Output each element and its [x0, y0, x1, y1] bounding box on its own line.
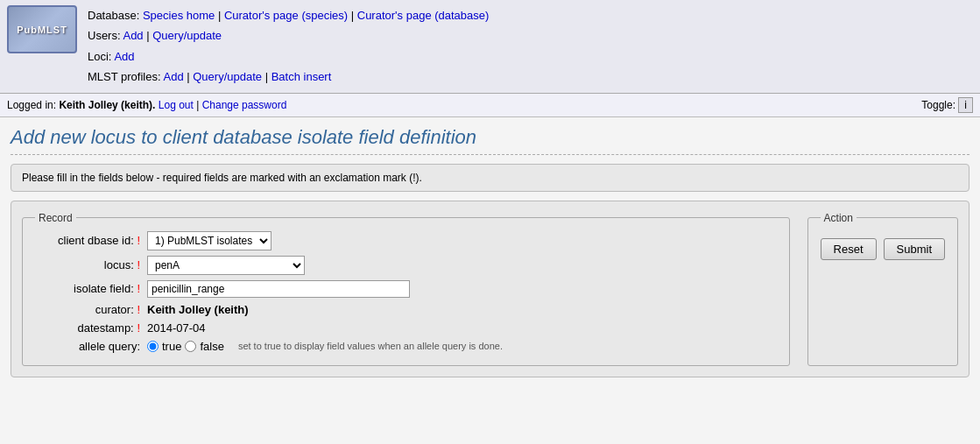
isolate-field-input[interactable] [147, 280, 410, 298]
login-bar: Logged in: Keith Jolley (keith). Log out… [0, 94, 980, 117]
record-legend: Record [35, 212, 76, 224]
curator-display: Keith Jolley (keith) [147, 303, 249, 316]
nav-links: Database: Species home | Curator's page … [88, 5, 489, 88]
client-dbase-id-row: client dbase id: ! 1) PubMLST isolates [35, 231, 777, 250]
database-label: Database: [88, 9, 139, 22]
users-add-link[interactable]: Add [123, 29, 143, 42]
datestamp-row: datestamp: ! 2014-07-04 [35, 321, 777, 335]
action-fieldset: Action Reset Submit [807, 212, 958, 366]
header: PubMLST Database: Species home | Curator… [0, 0, 980, 94]
info-text: Please fill in the fields below - requir… [22, 172, 422, 184]
client-dbase-id-value: 1) PubMLST isolates [147, 231, 271, 250]
species-home-link[interactable]: Species home [143, 9, 215, 22]
allele-query-false-radio[interactable] [185, 341, 196, 352]
allele-query-label: allele query: [35, 340, 140, 353]
toggle-area: Toggle: i [921, 97, 973, 113]
main-content: Add new locus to client database isolate… [0, 117, 980, 444]
change-password-link[interactable]: Change password [202, 99, 287, 111]
users-query-update-link[interactable]: Query/update [152, 29, 222, 42]
allele-query-true-label: true [162, 340, 181, 353]
allele-query-hint: set to true to display field values when… [238, 341, 503, 351]
curator-label: curator: ! [35, 303, 140, 316]
logged-in-text: Logged in: [7, 99, 56, 111]
form-container: Record client dbase id: ! 1) PubMLST iso… [11, 201, 969, 377]
submit-button[interactable]: Submit [884, 238, 945, 260]
database-row: Database: Species home | Curator's page … [88, 5, 489, 25]
client-dbase-id-select[interactable]: 1) PubMLST isolates [147, 231, 271, 250]
allele-query-false-label: false [200, 340, 223, 353]
locus-value: penA [147, 256, 305, 275]
isolate-field-value [147, 280, 410, 298]
mlst-batch-insert-link[interactable]: Batch insert [271, 70, 332, 83]
curator-value: Keith Jolley (keith) [147, 303, 249, 316]
allele-query-row: allele query: true false set to true to … [35, 340, 777, 353]
record-fieldset: Record client dbase id: ! 1) PubMLST iso… [22, 212, 790, 366]
page-title: Add new locus to client database isolate… [11, 126, 969, 155]
user-display-name: Keith Jolley (keith). [59, 99, 155, 111]
curators-page-species-link[interactable]: Curator's page (species) [224, 9, 348, 22]
curator-row: curator: ! Keith Jolley (keith) [35, 303, 777, 316]
users-row: Users: Add | Query/update [88, 25, 489, 46]
locus-row: locus: ! penA [35, 256, 777, 275]
loci-row: Loci: Add [88, 46, 489, 67]
mlst-row: MLST profiles: Add | Query/update | Batc… [88, 67, 489, 87]
toggle-button[interactable]: i [958, 97, 973, 113]
client-dbase-id-label: client dbase id: ! [35, 234, 140, 247]
isolate-field-row: isolate field: ! [35, 280, 777, 298]
locus-select[interactable]: penA [147, 256, 305, 275]
logo-area: PubMLST [7, 5, 77, 53]
logo-text: PubMLST [17, 25, 67, 35]
loci-label: Loci: [88, 50, 111, 63]
datestamp-value: 2014-07-04 [147, 321, 206, 335]
curators-page-database-link[interactable]: Curator's page (database) [357, 9, 490, 22]
datestamp-display: 2014-07-04 [147, 321, 206, 335]
locus-label: locus: ! [35, 258, 140, 271]
reset-button[interactable]: Reset [821, 238, 877, 260]
mlst-add-link[interactable]: Add [163, 70, 183, 83]
datestamp-label: datestamp: ! [35, 321, 140, 335]
action-buttons: Reset Submit [821, 238, 945, 260]
pubmlst-logo: PubMLST [7, 5, 77, 53]
action-legend: Action [821, 212, 857, 224]
mlst-query-update-link[interactable]: Query/update [193, 70, 262, 83]
loci-add-link[interactable]: Add [114, 50, 134, 63]
mlst-profiles-label: MLST profiles: [88, 70, 161, 83]
log-out-link[interactable]: Log out [159, 99, 194, 111]
users-label: Users: [88, 29, 121, 42]
info-box: Please fill in the fields below - requir… [11, 164, 969, 192]
toggle-label: Toggle: [921, 99, 955, 111]
allele-query-value: true false set to true to display field … [147, 340, 503, 353]
isolate-field-label: isolate field: ! [35, 282, 140, 295]
login-info: Logged in: Keith Jolley (keith). Log out… [7, 99, 286, 111]
allele-query-radio-group: true false [147, 340, 224, 353]
allele-query-true-radio[interactable] [147, 341, 159, 352]
